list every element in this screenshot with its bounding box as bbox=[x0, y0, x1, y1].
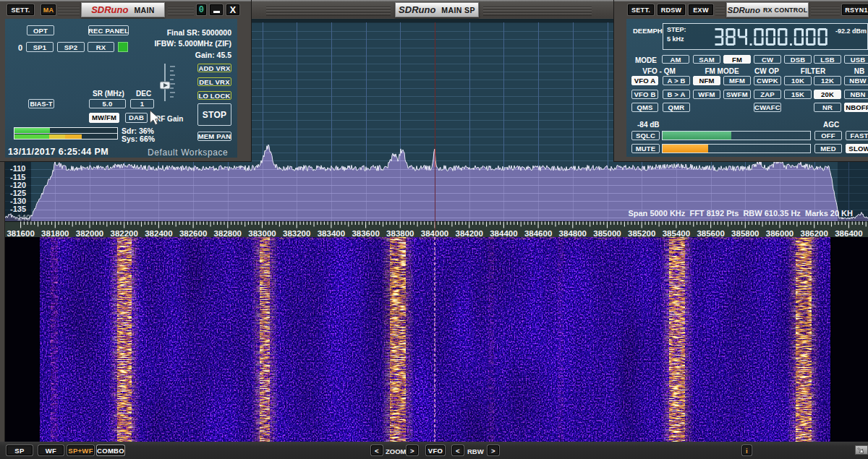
svg-text:384200: 384200 bbox=[456, 229, 483, 238]
svg-text:382000: 382000 bbox=[76, 229, 103, 238]
svg-text:-110: -110 bbox=[10, 164, 25, 173]
svg-text:385600: 385600 bbox=[697, 229, 724, 238]
svg-text:-115: -115 bbox=[10, 173, 25, 181]
svg-text:384600: 384600 bbox=[524, 229, 552, 238]
svg-text:383000: 383000 bbox=[248, 229, 276, 238]
svg-text:383400: 383400 bbox=[318, 229, 345, 238]
svg-text:384800: 384800 bbox=[559, 229, 587, 238]
svg-text:386000: 386000 bbox=[766, 229, 793, 238]
svg-text:382200: 382200 bbox=[111, 229, 138, 238]
svg-text:386200: 386200 bbox=[801, 229, 828, 238]
svg-text:383600: 383600 bbox=[352, 229, 379, 238]
svg-text:383800: 383800 bbox=[386, 229, 414, 238]
svg-text:385400: 385400 bbox=[663, 229, 690, 238]
svg-text:385200: 385200 bbox=[628, 229, 655, 238]
svg-text:385000: 385000 bbox=[593, 229, 621, 238]
svg-text:385800: 385800 bbox=[731, 229, 759, 238]
svg-text:383200: 383200 bbox=[283, 229, 310, 238]
svg-text:382600: 382600 bbox=[179, 229, 207, 238]
svg-text:-125: -125 bbox=[10, 189, 26, 197]
svg-text:386400: 386400 bbox=[835, 229, 862, 238]
svg-text:382800: 382800 bbox=[214, 229, 242, 238]
svg-text:Span 5000 KHz FFT 8192 Pts R: Span 5000 KHz FFT 8192 Pts RBW 610.35 Hz… bbox=[628, 209, 853, 218]
svg-text:-120: -120 bbox=[10, 181, 26, 189]
svg-text:-130: -130 bbox=[10, 197, 26, 205]
svg-text:382400: 382400 bbox=[145, 229, 172, 238]
svg-text:381800: 381800 bbox=[41, 229, 69, 238]
svg-text:384400: 384400 bbox=[490, 229, 517, 238]
svg-text:-140: -140 bbox=[14, 213, 30, 222]
svg-text:381600: 381600 bbox=[7, 229, 34, 238]
